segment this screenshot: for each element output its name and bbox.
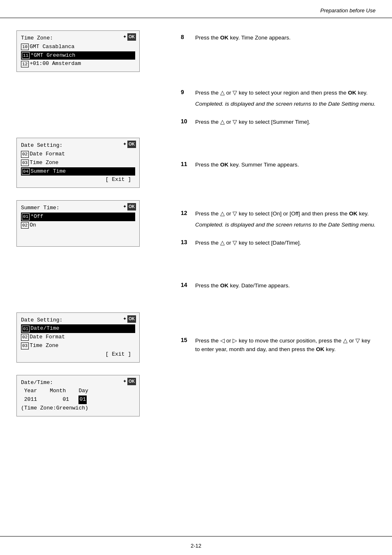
date-time-title: Date/Time:	[21, 379, 135, 387]
date-setting-datetime-screen: ✦ OK Date Setting: 01 Date/Time 02 Date …	[16, 312, 140, 363]
lcd-exit-row-2: [ Exit ]	[21, 350, 135, 359]
lcd-row-04-highlighted: 04 Summer Time	[21, 167, 135, 176]
step-14-text: Press the OK key. Date/Time appears.	[195, 282, 290, 292]
date-time-values: 2011 01 01	[21, 395, 135, 404]
spacer-2	[16, 259, 173, 312]
screen-title-row: Time Zone:	[21, 34, 135, 43]
step-12-num: 12	[181, 210, 191, 216]
step-11: 11 Press the OK key. Summer Time appears…	[181, 161, 376, 171]
lcd-row-03: 03 Time Zone	[21, 159, 135, 167]
step-11-text: Press the OK key. Summer Time appears.	[195, 161, 299, 171]
summer-time-title: Summer Time:	[21, 204, 135, 213]
page-number: 2-12	[191, 543, 201, 549]
lcd-off-highlighted: 01 *Off	[21, 213, 135, 221]
step-9-num: 9	[181, 89, 191, 95]
summer-time-screen: ✦ OK Summer Time: 01 *Off 02 On	[16, 200, 140, 246]
step-9-text: Press the △ or ▽ key to select your regi…	[195, 89, 376, 111]
step-10-text: Press the △ or ▽ key to select [Summer T…	[195, 118, 310, 129]
step-12: 12 Press the △ or ▽ key to select [On] o…	[181, 210, 376, 231]
step-8-num: 8	[181, 34, 191, 40]
date-setting-datetime-title: Date Setting:	[21, 316, 135, 325]
ok-indicator-3: ✦ OK	[123, 203, 136, 210]
step-13-text: Press the △ or ▽ key to select [Date/Tim…	[195, 239, 301, 250]
step-8: 8 Press the OK key. Time Zone appears.	[181, 34, 376, 44]
lcd-row-12: 12 +01:00 Amsterdam	[21, 60, 135, 68]
lcd-exit-row: [ Exit ]	[21, 176, 135, 184]
left-column: ✦ OK Time Zone: 10 GMT Casablanca 11 *GM…	[16, 26, 173, 429]
step-15-num: 15	[181, 337, 191, 343]
lcd-on-row: 02 On	[21, 221, 135, 230]
date-time-screen: ✦ OK Date/Time: Year Month Day 2011 01 0…	[16, 375, 140, 416]
time-zone-screen: ✦ OK Time Zone: 10 GMT Casablanca 11 *GM…	[16, 30, 140, 72]
step-14: 14 Press the OK key. Date/Time appears.	[181, 282, 376, 292]
right-column: 8 Press the OK key. Time Zone appears. 9…	[173, 26, 376, 429]
step-10: 10 Press the △ or ▽ key to select [Summe…	[181, 118, 376, 129]
timezone-note: (Time Zone:Greenwich)	[21, 404, 135, 413]
ok-indicator: ✦ OK	[123, 33, 136, 41]
step-11-num: 11	[181, 161, 191, 167]
lcd-date-format-row: 02 Date Format	[21, 333, 135, 342]
step-15: 15 Press the ◁ or ▷ key to move the curs…	[181, 337, 376, 356]
spacer-1	[16, 84, 173, 138]
date-setting-summer-screen: ✦ OK Date Setting: 02 Date Format 03 Tim…	[16, 138, 140, 188]
page-header: Preparation before Use	[0, 0, 392, 18]
ok-indicator-5: ✦ OK	[123, 378, 136, 385]
step-13: 13 Press the △ or ▽ key to select [Date/…	[181, 239, 376, 250]
step-14-num: 14	[181, 282, 191, 288]
step-13-num: 13	[181, 239, 191, 245]
date-time-headers: Year Month Day	[21, 387, 135, 395]
lcd-row-11-highlighted: 11 *GMT Greenwich	[21, 51, 135, 60]
step-12-text: Press the △ or ▽ key to select [On] or […	[195, 210, 376, 231]
step-8-text: Press the OK key. Time Zone appears.	[195, 34, 291, 44]
step-9: 9 Press the △ or ▽ key to select your re…	[181, 89, 376, 111]
steps-section: 8 Press the OK key. Time Zone appears. 9…	[181, 34, 376, 356]
step-10-num: 10	[181, 118, 191, 125]
lcd-row-10: 10 GMT Casablanca	[21, 43, 135, 51]
lcd-row-02: 02 Date Format	[21, 150, 135, 159]
lcd-datetime-highlighted: 01 Date/Time	[21, 324, 135, 333]
ok-indicator-4: ✦ OK	[123, 315, 136, 323]
lcd-time-zone-row: 03 Time Zone	[21, 342, 135, 350]
screen-title-row-2: Date Setting:	[21, 141, 135, 150]
ok-indicator-2: ✦ OK	[123, 141, 136, 148]
header-title: Preparation before Use	[321, 7, 376, 14]
step-15-text: Press the ◁ or ▷ key to move the cursor …	[195, 337, 376, 356]
page-footer: 2-12	[0, 536, 392, 555]
